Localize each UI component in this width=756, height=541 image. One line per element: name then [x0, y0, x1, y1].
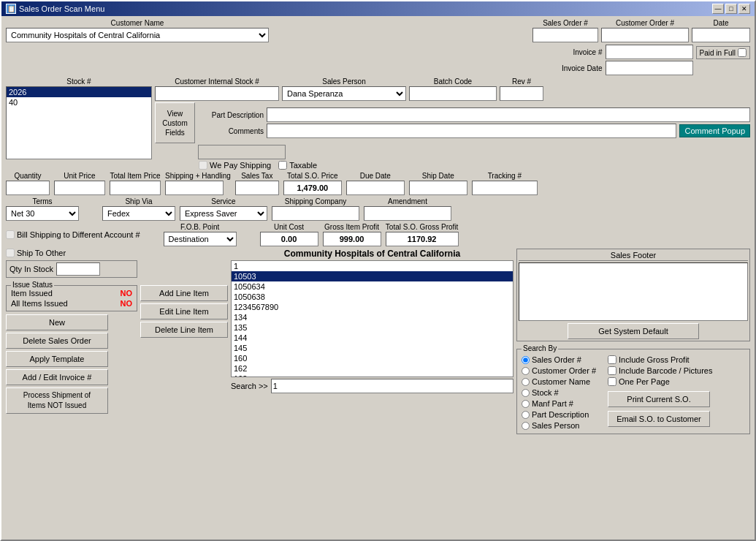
order-list-item[interactable]: 1050638: [232, 292, 513, 302]
new-button[interactable]: New: [6, 314, 108, 330]
delete-so-button[interactable]: Delete Sales Order: [6, 333, 108, 349]
we-pay-shipping-checkbox[interactable]: [199, 161, 207, 170]
edit-line-item-button[interactable]: Edit Line Item: [140, 303, 228, 319]
batch-code-input[interactable]: [409, 86, 497, 101]
radio-manf-part-label: Manf Part #: [532, 399, 573, 408]
order-listbox[interactable]: 1105031050634105063812345678901341351441…: [231, 260, 513, 377]
gross-item-profit-label: Gross Item Profit: [323, 223, 381, 231]
quantity-input[interactable]: 1: [6, 181, 50, 195]
search-input[interactable]: 1: [271, 379, 513, 393]
search-by-label: Search By: [522, 344, 558, 352]
sales-footer-content[interactable]: [519, 262, 748, 321]
order-list-item[interactable]: 135: [232, 322, 513, 333]
taxable-checkbox[interactable]: [278, 161, 287, 170]
order-list-item[interactable]: 162: [232, 363, 513, 374]
order-list-item[interactable]: 160: [232, 353, 513, 363]
stock-item-2026[interactable]: 2026: [7, 87, 151, 97]
comments-input[interactable]: [267, 124, 676, 138]
one-per-page-checkbox[interactable]: [608, 377, 616, 386]
issue-status-groupbox: Issue Status Item Issued NO All Items Is…: [6, 285, 137, 311]
paid-in-full-checkbox[interactable]: [738, 48, 747, 57]
order-list-item[interactable]: 134: [232, 312, 513, 322]
maximize-button[interactable]: □: [725, 4, 737, 14]
apply-template-button[interactable]: Apply Template: [6, 351, 108, 367]
qty-in-stock-input[interactable]: [56, 262, 100, 276]
date-input[interactable]: 01/07/2005: [692, 28, 750, 42]
title-bar-buttons: — □ ✕: [712, 4, 750, 14]
sales-tax-input[interactable]: 0.00: [235, 181, 279, 195]
view-custom-fields-button[interactable]: View Custom Fields: [155, 102, 195, 143]
unit-price-group: Unit Price 999.00: [54, 172, 105, 195]
order-list-item[interactable]: 144: [232, 333, 513, 343]
ship-date-input[interactable]: 01/07/2005: [409, 181, 467, 195]
invoice-date-input[interactable]: [606, 61, 693, 75]
order-list-item[interactable]: 1234567890: [232, 302, 513, 312]
amendment-input[interactable]: [364, 206, 451, 221]
email-so-button[interactable]: Email S.O. to Customer: [608, 411, 710, 427]
ship-to-other-label: Ship To Other: [17, 249, 66, 257]
order-list-item[interactable]: 145: [232, 343, 513, 353]
rev-group: Rev #: [500, 77, 543, 101]
add-edit-invoice-button[interactable]: Add / Edit Invoice #: [6, 369, 108, 385]
row-1: Customer Name Community Hospitals of Cen…: [6, 19, 750, 42]
unit-price-input[interactable]: 999.00: [54, 181, 105, 195]
radio-customer-order-input[interactable]: [522, 367, 530, 375]
include-gross-profit-checkbox[interactable]: [608, 355, 616, 364]
sales-order-input[interactable]: 10503: [532, 28, 598, 42]
comment-popup-button[interactable]: Comment Popup: [679, 124, 750, 137]
ship-via-select[interactable]: Fedex: [102, 206, 175, 221]
order-list-item[interactable]: 163: [232, 374, 513, 377]
service-select[interactable]: Express Saver: [180, 206, 267, 221]
total-so-gross-profit-value: 1170.92: [408, 235, 437, 243]
service-group: Service Express Saver: [180, 197, 267, 221]
ship-date-group: Ship Date 01/07/2005: [409, 172, 467, 195]
invoice-number-input[interactable]: [606, 45, 693, 59]
invoice-date-row: Invoice Date: [559, 61, 750, 75]
total-so-price-value-box: 1,479.00: [283, 181, 342, 195]
order-list-item[interactable]: 1050634: [232, 281, 513, 292]
include-barcode-checkbox[interactable]: [608, 366, 616, 375]
due-date-input[interactable]: 01/07/2005: [346, 181, 405, 195]
customer-order-group: Customer Order # 481758: [601, 19, 689, 42]
customer-order-input[interactable]: 481758: [601, 28, 689, 42]
rev-input[interactable]: [500, 86, 543, 101]
total-item-price-input[interactable]: 999.00: [110, 181, 161, 195]
qty-in-stock-label: Qty In Stock: [9, 265, 53, 273]
order-list-item[interactable]: 10503: [232, 271, 513, 281]
left-panel: Ship To Other Qty In Stock Issue Status …: [6, 249, 137, 414]
radio-stock-input[interactable]: [522, 389, 530, 397]
radio-part-desc: Part Description: [522, 410, 596, 419]
process-shipment-button[interactable]: Process Shipment ofItems NOT Issued: [6, 387, 108, 414]
print-current-so-button[interactable]: Print Current S.O.: [608, 391, 710, 407]
radio-customer-name-input[interactable]: [522, 378, 530, 386]
stock-listbox[interactable]: 2026 40: [6, 86, 152, 159]
part-desc-input[interactable]: Visual Inventory Control Single User Ver…: [267, 107, 750, 122]
bill-shipping-checkbox[interactable]: [6, 230, 15, 239]
stock-item-40[interactable]: 40: [7, 97, 151, 107]
terms-select[interactable]: Net 30: [6, 206, 79, 221]
include-barcode-row: Include Barcode / Pictures: [608, 366, 712, 375]
radio-sales-order-input[interactable]: [522, 356, 530, 364]
shipping-input[interactable]: 0.00: [165, 181, 224, 195]
sales-person-select[interactable]: Dana Speranza: [282, 86, 406, 101]
include-gross-profit-label: Include Gross Profit: [619, 355, 690, 364]
customer-name-select[interactable]: Community Hospitals of Central Californi…: [6, 28, 269, 42]
radio-sales-person-input[interactable]: [522, 422, 530, 430]
radio-part-desc-input[interactable]: [522, 411, 530, 419]
cust-internal-stock-input[interactable]: [155, 86, 279, 101]
radio-manf-part-input[interactable]: [522, 400, 530, 408]
delete-line-item-button[interactable]: Delete Line Item: [140, 322, 228, 338]
order-list-item[interactable]: 1: [232, 261, 513, 271]
row-3a: Customer Internal Stock # Sales Person D…: [155, 77, 750, 101]
tracking-input[interactable]: [472, 181, 538, 195]
shipping-company-input[interactable]: [272, 206, 359, 221]
fob-point-select[interactable]: Destination: [164, 232, 237, 246]
ship-to-other-checkbox[interactable]: [6, 249, 15, 257]
get-system-default-button[interactable]: Get System Default: [568, 323, 699, 339]
row-3: Stock # 2026 40 Customer Internal Stock …: [6, 77, 750, 170]
level-row: VIC LEVEL 2: [155, 145, 750, 159]
close-button[interactable]: ✕: [738, 4, 750, 14]
level-input[interactable]: VIC LEVEL 2: [198, 145, 286, 159]
add-line-item-button[interactable]: Add Line Item: [140, 285, 228, 301]
minimize-button[interactable]: —: [712, 4, 724, 14]
